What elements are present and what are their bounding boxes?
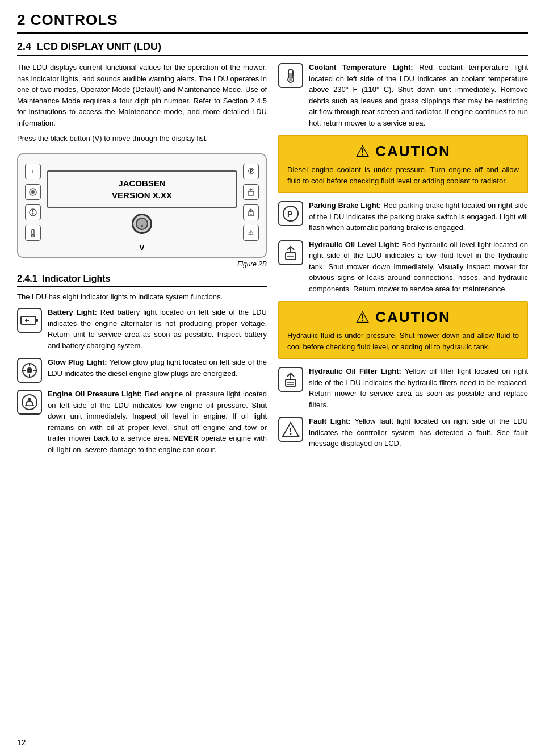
hyd-level-title: Hydraulic Oil Level Light:: [309, 240, 399, 249]
v-label: V: [25, 243, 259, 252]
caution-triangle-2: ⚠: [355, 308, 370, 327]
fault-light-text: Fault Light: Yellow fault light located …: [309, 416, 528, 449]
caution-box-2: ⚠ CAUTION Hydraulic fluid is under press…: [278, 301, 528, 359]
hyd-level-item: Hydraulic Oil Level Light: Red hydraulic…: [278, 239, 528, 295]
hyd-filter-text: Hydraulic Oil Filter Light: Yellow oil f…: [309, 366, 528, 410]
subsection-intro: The LDU has eight indicator lights to in…: [17, 291, 267, 303]
hyd-level-icon-box: [243, 184, 259, 200]
hyd-level-icon: [278, 240, 303, 265]
svg-point-26: [22, 395, 37, 410]
hyd-filter-title: Hydraulic Oil Filter Light:: [309, 367, 401, 375]
svg-rect-38: [286, 379, 296, 386]
section-title: 2.4 LCD DISPLAY UNIT (LDU): [17, 41, 528, 56]
parking-brake-item: P Parking Brake Light: Red parking brake…: [278, 200, 528, 233]
fault-light-item: Fault Light: Yellow fault light located …: [278, 416, 528, 449]
svg-rect-31: [289, 73, 292, 78]
parking-icon-box: Ⓟ: [243, 164, 259, 179]
parking-brake-icon: P: [278, 201, 303, 226]
caution-text-2: Hydraulic fluid is under pressure. Shut …: [287, 330, 519, 352]
figure-label: Figure 2B: [17, 260, 267, 268]
right-column: Coolant Temperature Light: Red coolant t…: [278, 62, 528, 461]
oil-pressure-icon: [17, 390, 42, 415]
hyd-filter-item: Hydraulic Oil Filter Light: Yellow oil f…: [278, 366, 528, 410]
left-column: The LDU displays current functional valu…: [17, 62, 267, 461]
ldu-center: JACOBSEN VERSION X.XX: [47, 170, 237, 234]
caution-title-2: CAUTION: [375, 308, 450, 326]
page-number: 12: [17, 738, 26, 747]
svg-point-32: [289, 78, 292, 81]
caution-box-1: ⚠ CAUTION Diesel engine coolant is under…: [278, 135, 528, 193]
parking-brake-title: Parking Brake Light:: [309, 201, 381, 210]
svg-point-9: [136, 218, 148, 229]
glow-plug-item: Glow Plug Light: Yellow glow plug light …: [17, 357, 267, 383]
fault-light-title: Fault Light:: [309, 417, 351, 425]
battery-light-title: Battery Light:: [48, 308, 97, 316]
oil-pressure-title: Engine Oil Pressure Light:: [48, 390, 142, 398]
oil-pressure-item: Engine Oil Pressure Light: Red engine oi…: [17, 389, 267, 455]
section-intro2: Press the black button (V) to move throu…: [17, 133, 267, 144]
subsection-title: 2.4.1 Indicator Lights: [17, 274, 267, 287]
coolant-title: Coolant Temperature Light:: [309, 63, 413, 72]
glow-plug-icon-box: [25, 184, 41, 200]
svg-rect-17: [36, 319, 38, 322]
caution-header-2: ⚠ CAUTION: [287, 308, 519, 327]
ldu-figure: +: [17, 153, 267, 258]
glow-plug-text: Glow Plug Light: Yellow glow plug light …: [48, 357, 267, 379]
ldu-knob[interactable]: [132, 214, 152, 234]
svg-point-10: [141, 225, 143, 227]
never-text: NEVER: [173, 434, 199, 442]
glow-plug-icon: [17, 358, 42, 383]
ldu-right-icons: Ⓟ: [243, 164, 259, 241]
caution-triangle-1: ⚠: [355, 142, 370, 161]
ldu-brand-line2: VERSION X.XX: [58, 189, 226, 201]
coolant-icon: [278, 63, 303, 88]
coolant-desc: Red coolant temperature light located on…: [309, 63, 528, 127]
section-intro1: The LDU displays current functional valu…: [17, 62, 267, 128]
page-header: 2 CONTROLS: [17, 11, 528, 34]
oil-pressure-text: Engine Oil Pressure Light: Red engine oi…: [48, 389, 267, 455]
hyd-filter-icon-box: [243, 204, 259, 220]
caution-title-1: CAUTION: [375, 143, 450, 160]
parking-brake-text: Parking Brake Light: Red parking brake l…: [309, 200, 528, 233]
hyd-filter-icon: [278, 367, 303, 392]
oil-pressure-icon-box: [25, 204, 41, 220]
ldu-brand-line1: JACOBSEN: [58, 177, 226, 189]
ldu-left-icons: +: [25, 164, 41, 241]
battery-icon-box: +: [25, 164, 41, 179]
temp-icon-box: [25, 225, 41, 241]
svg-point-6: [32, 234, 35, 237]
fault-icon-box: ⚠: [243, 225, 259, 241]
hyd-level-text: Hydraulic Oil Level Light: Red hydraulic…: [309, 239, 528, 295]
battery-light-icon: [17, 308, 42, 333]
svg-point-4: [32, 212, 34, 214]
svg-rect-11: [248, 191, 254, 195]
svg-point-21: [27, 367, 32, 373]
svg-point-1: [31, 190, 35, 194]
glow-plug-title: Glow Plug Light:: [48, 358, 107, 366]
ldu-brand: JACOBSEN VERSION X.XX: [47, 170, 237, 208]
battery-light-text: Battery Light: Red battery light located…: [48, 307, 267, 351]
svg-point-44: [290, 433, 292, 435]
chapter-title: 2 CONTROLS: [17, 11, 118, 29]
svg-point-27: [28, 398, 31, 401]
coolant-item: Coolant Temperature Light: Red coolant t…: [278, 62, 528, 128]
battery-light-item: Battery Light: Red battery light located…: [17, 307, 267, 351]
coolant-text: Coolant Temperature Light: Red coolant t…: [309, 62, 528, 128]
caution-text-1: Diesel engine coolant is under pressure.…: [287, 164, 519, 186]
caution-header-1: ⚠ CAUTION: [287, 142, 519, 161]
svg-text:P: P: [287, 210, 292, 219]
fault-light-icon: [278, 417, 303, 442]
